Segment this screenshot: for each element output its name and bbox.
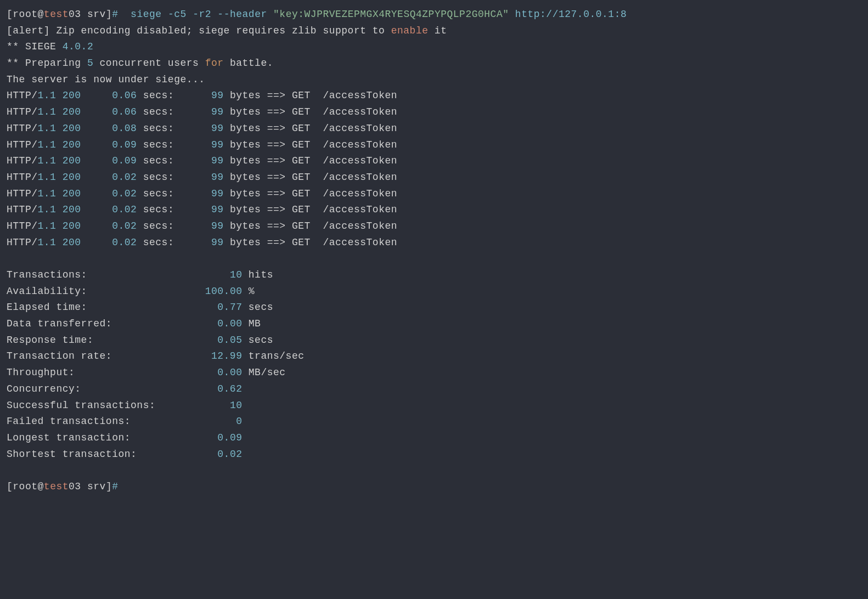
stat-line: Concurrency: 0.62 (7, 381, 861, 398)
stat-line: Transactions: 10 hits (7, 267, 861, 284)
prompt-line-end[interactable]: [root@test03 srv]# (7, 479, 861, 495)
req-bytes: 99 (174, 139, 223, 150)
req-bytes: 99 (174, 237, 223, 248)
req-secs-label: secs: (143, 123, 174, 134)
stat-unit: MB (243, 318, 261, 329)
req-proto: HTTP/ (7, 139, 38, 150)
req-bytes: 99 (174, 106, 223, 117)
request-line: HTTP/1.1 200 0.02 secs: 99 bytes ==> GET… (7, 235, 861, 251)
req-status: 200 (56, 237, 81, 248)
req-secs-label: secs: (143, 188, 174, 199)
terminal-output: [root@test03 srv]# siege -c5 -r2 --heade… (7, 7, 861, 495)
stat-pad (112, 351, 211, 361)
req-bytes: 99 (174, 172, 223, 183)
stat-pad (75, 367, 217, 378)
req-bytes: 99 (174, 188, 223, 199)
req-status: 200 (56, 172, 81, 183)
req-secs: 0.09 (81, 155, 143, 166)
stat-label: Transaction rate: (7, 351, 112, 361)
req-secs: 0.06 (81, 90, 143, 101)
stat-line: Transaction rate: 12.99 trans/sec (7, 348, 861, 365)
stat-pad (87, 269, 230, 280)
preparing-mid: concurrent users (93, 58, 205, 69)
prompt-hash: # (112, 9, 131, 20)
prompt-line[interactable]: [root@test03 srv]# siege -c5 -r2 --heade… (7, 7, 861, 23)
stat-label: Data transferred: (7, 318, 112, 329)
req-bytes: 99 (174, 155, 223, 166)
stat-label: Elapsed time: (7, 302, 87, 313)
stat-label: Availability: (7, 286, 87, 297)
stat-unit: hits (243, 269, 274, 280)
alert-enable: enable (391, 25, 429, 36)
req-proto: HTTP/ (7, 155, 38, 166)
prompt-hash: # (112, 481, 118, 492)
request-line: HTTP/1.1 200 0.09 secs: 99 bytes ==> GET… (7, 153, 861, 169)
request-line: HTTP/1.1 200 0.02 secs: 99 bytes ==> GET… (7, 202, 861, 218)
req-bytes: 99 (174, 123, 223, 134)
req-bytes-label: bytes ==> GET /accessToken (224, 90, 397, 101)
stat-value: 0.77 (217, 302, 242, 313)
stat-value: 10 (230, 269, 243, 280)
blank-line-2 (7, 462, 861, 479)
stat-label: Longest transaction: (7, 432, 131, 443)
banner-stars: ** SIEGE (7, 41, 63, 52)
stat-label: Shortest transaction: (7, 449, 137, 460)
prompt-host-suffix: 03 (69, 9, 81, 20)
req-proto: HTTP/ (7, 172, 38, 183)
stat-pad (81, 383, 218, 394)
req-bytes-label: bytes ==> GET /accessToken (224, 237, 397, 248)
alert-line: [alert] Zip encoding disabled; siege req… (7, 23, 861, 39)
req-version: 1.1 (38, 204, 57, 215)
req-secs: 0.08 (81, 123, 143, 134)
stat-value: 0.09 (217, 432, 242, 443)
prompt-bracket-close: ] (106, 481, 112, 492)
req-status: 200 (56, 123, 81, 134)
stat-line: Availability: 100.00 % (7, 284, 861, 300)
stat-value: 0.02 (217, 449, 242, 460)
req-status: 200 (56, 139, 81, 150)
req-bytes-label: bytes ==> GET /accessToken (224, 221, 397, 231)
req-status: 200 (56, 204, 81, 215)
prompt-at: @ (38, 9, 44, 20)
cmd-url: http://127.0.0.1:8 (509, 9, 627, 20)
stat-line: Shortest transaction: 0.02 (7, 447, 861, 463)
prompt-user: root (13, 481, 37, 492)
req-version: 1.1 (38, 155, 57, 166)
request-line: HTTP/1.1 200 0.08 secs: 99 bytes ==> GET… (7, 121, 861, 137)
stat-unit: trans/sec (242, 351, 304, 361)
stat-unit: % (242, 286, 255, 297)
stat-line: Elapsed time: 0.77 secs (7, 300, 861, 316)
req-proto: HTTP/ (7, 237, 38, 248)
req-bytes-label: bytes ==> GET /accessToken (224, 123, 397, 134)
stat-line: Failed transactions: 0 (7, 414, 861, 430)
req-secs: 0.06 (81, 106, 143, 117)
req-proto: HTTP/ (7, 123, 38, 134)
req-bytes-label: bytes ==> GET /accessToken (224, 172, 397, 183)
req-status: 200 (56, 188, 81, 199)
req-bytes-label: bytes ==> GET /accessToken (224, 204, 397, 215)
req-status: 200 (56, 221, 81, 231)
req-secs: 0.09 (81, 139, 143, 150)
req-bytes-label: bytes ==> GET /accessToken (224, 139, 397, 150)
banner-version: 4.0.2 (63, 41, 94, 52)
req-bytes-label: bytes ==> GET /accessToken (224, 106, 397, 117)
request-line: HTTP/1.1 200 0.02 secs: 99 bytes ==> GET… (7, 218, 861, 235)
req-proto: HTTP/ (7, 106, 38, 117)
stat-pad (131, 416, 236, 427)
stat-label: Successful transactions: (7, 400, 155, 411)
req-status: 200 (56, 155, 81, 166)
stat-label: Response time: (7, 335, 93, 346)
stat-line: Data transferred: 0.00 MB (7, 316, 861, 332)
preparing-line: ** Preparing 5 concurrent users for batt… (7, 55, 861, 72)
preparing-post: battle. (224, 58, 273, 69)
prompt-host: test (44, 481, 69, 492)
prompt-at: @ (38, 481, 44, 492)
request-line: HTTP/1.1 200 0.02 secs: 99 bytes ==> GET… (7, 169, 861, 186)
req-version: 1.1 (38, 123, 57, 134)
req-version: 1.1 (38, 106, 57, 117)
stat-label: Concurrency: (7, 383, 81, 394)
req-version: 1.1 (38, 172, 57, 183)
request-line: HTTP/1.1 200 0.06 secs: 99 bytes ==> GET… (7, 104, 861, 121)
req-bytes: 99 (174, 204, 223, 215)
stat-pad (112, 318, 217, 329)
